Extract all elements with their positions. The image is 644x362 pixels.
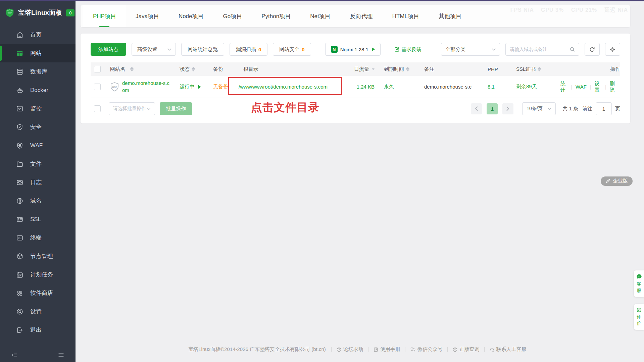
sidebar-item-app-store[interactable]: 软件商店 [0,284,76,302]
vuln-scan-button[interactable]: 漏洞扫描 0 [230,43,267,56]
column-header-ssl[interactable]: SSL证书 [507,62,557,76]
site-security-button[interactable]: 网站安全 0 [273,43,311,56]
column-header-note: 备注 [416,62,482,76]
tab-node[interactable]: Node项目 [169,5,213,27]
nginx-button[interactable]: N Nginx 1.28.1 [325,43,381,56]
sidebar-item-database[interactable]: 数据库 [0,62,76,81]
sidebar-item-waf[interactable]: WAF [0,136,76,155]
search-input[interactable] [506,47,565,52]
sidebar-item-node-manage[interactable]: 节点管理 [0,247,76,265]
tab-python[interactable]: Python项目 [252,5,300,27]
menu-list-icon[interactable] [57,351,65,359]
action-waf-link[interactable]: WAF [572,84,590,90]
settings-button[interactable] [605,43,620,56]
sort-carets-icon[interactable] [406,67,409,71]
sort-carets-icon[interactable] [538,67,541,71]
select-all-checkbox[interactable] [94,105,101,112]
column-header-traffic[interactable]: 日流量 [347,62,379,76]
page-size-select[interactable]: 10条/页 [522,102,556,115]
footer-link-wechat[interactable]: 微信公众号 [405,346,447,353]
php-version-link[interactable]: 8.1 [488,84,495,90]
footer-link-support[interactable]: 联系人工客服 [485,346,531,353]
tab-html[interactable]: HTML项目 [383,5,429,27]
site-status[interactable]: 运行中 [180,84,201,90]
column-header-expire[interactable]: 到期时间 [379,62,416,76]
table-header: 网站名状态备份根目录日流量到期时间备注PHPSSL证书操作 [91,62,620,76]
site-note[interactable]: demo.morehouse-s.c [424,84,472,90]
sidebar: 宝塔Linux面板 0 首页网站数据库Docker监控安全WAF文件日志域名SS… [0,0,76,362]
refresh-icon [589,46,595,53]
advanced-settings-button[interactable]: 高级设置 [132,43,176,56]
message-count-badge[interactable]: 0 [66,9,75,16]
sidebar-item-label: WAF [30,142,43,149]
site-stats-overview-button[interactable]: 网站统计总览 [181,43,224,56]
feedback-link[interactable]: 需求反馈 [394,46,422,53]
column-header-status[interactable]: 状态 [173,62,206,76]
select-all-checkbox[interactable] [94,66,101,72]
review-button[interactable]: 评价 [634,304,644,330]
root-path-link[interactable]: /www/wwwroot/demo.morehouse-s.com [239,84,328,90]
collapse-sidebar-icon[interactable] [11,351,18,359]
tab-other[interactable]: 其他项目 [429,5,471,27]
column-header-site-name[interactable]: 网站名 [104,62,173,76]
customer-service-button[interactable]: 客服 [634,270,644,297]
tab-net[interactable]: Net项目 [300,5,340,27]
sort-carets-icon[interactable] [130,67,134,71]
chevron-down-icon [492,48,496,51]
ssl-cert-link[interactable]: 剩余89天 [516,84,537,90]
security-count: 0 [302,47,304,52]
filter-caret-icon[interactable] [372,68,375,70]
sidebar-item-terminal[interactable]: 终端 [0,228,76,247]
sidebar-item-home[interactable]: 首页 [0,25,76,44]
next-page-button[interactable] [502,103,513,114]
chevron-down-icon[interactable] [163,43,176,55]
sidebar-item-ssl[interactable]: SSL [0,210,76,228]
current-page[interactable]: 1 [487,103,498,114]
sidebar-item-label: 设置 [30,308,42,315]
search-icon[interactable] [565,43,579,55]
prev-page-button[interactable] [471,103,482,114]
daily-traffic[interactable]: 1.24 KB [357,84,375,90]
action-delete-link[interactable]: 删除 [606,81,620,93]
tab-java[interactable]: Java项目 [126,5,169,27]
add-site-button[interactable]: 添加站点 [91,43,126,56]
action-stats-link[interactable]: 统计 [557,81,571,93]
sidebar-item-cron[interactable]: 计划任务 [0,265,76,284]
sidebar-item-monitor[interactable]: 监控 [0,99,76,118]
sidebar-item-logs[interactable]: 日志 [0,173,76,192]
app-logo: 宝塔Linux面板 0 [0,0,76,25]
sidebar-item-label: 数据库 [30,68,47,75]
goto-page-input[interactable] [596,102,612,115]
terminal-icon [16,234,23,242]
sidebar-item-label: SSL [30,216,41,223]
site-name-link[interactable]: demo.morehouse-s.com [122,80,170,94]
batch-action-select[interactable]: 请选择批量操作 [109,102,155,115]
play-icon [198,85,201,89]
sidebar-item-website[interactable]: 网站 [0,44,76,62]
row-checkbox[interactable] [94,84,101,90]
column-label: 备份 [213,66,223,72]
footer-link-manual[interactable]: 使用手册 [368,346,405,353]
sort-carets-icon[interactable] [192,67,195,71]
footer-link-genuine-check[interactable]: 正版查询 [448,346,484,353]
batch-execute-button[interactable]: 批量操作 [160,102,192,115]
help-circle-icon [336,347,342,352]
sidebar-item-logout[interactable]: 退出 [0,321,76,339]
backup-status-link[interactable]: 无备份 [213,84,228,90]
sidebar-item-settings[interactable]: 设置 [0,302,76,321]
sidebar-item-domain[interactable]: 域名 [0,192,76,210]
tab-go[interactable]: Go项目 [213,5,252,27]
category-select[interactable]: 全部分类 [441,43,500,56]
tab-reverse-proxy[interactable]: 反向代理 [340,5,383,27]
edition-badge[interactable]: 企业版 [601,176,633,186]
sidebar-item-files[interactable]: 文件 [0,155,76,173]
tab-php[interactable]: PHP项目 [83,5,126,27]
column-label: 网站名 [110,66,125,72]
sidebar-item-security[interactable]: 安全 [0,118,76,136]
sidebar-item-docker[interactable]: Docker [0,81,76,99]
feedback-edit-icon [394,46,400,52]
footer-link-forum-help[interactable]: 论坛求助 [332,346,368,353]
expire-time-link[interactable]: 永久 [384,84,394,90]
refresh-button[interactable] [585,43,600,56]
action-settings-link[interactable]: 设置 [591,81,605,93]
